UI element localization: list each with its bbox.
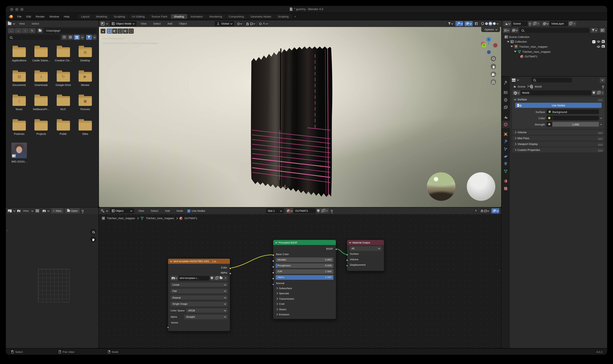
outliner-viewlayer-dropdown[interactable] — [511, 28, 518, 33]
z-axis-ball[interactable]: Z — [486, 37, 491, 42]
select-freehand-tool[interactable] — [112, 28, 117, 34]
open-image-button[interactable]: Open — [65, 208, 80, 213]
alpha-slider[interactable]: Alpha1.000 — [276, 275, 333, 280]
breadcrumb-world[interactable]: World — [534, 85, 542, 88]
exclude-checkbox[interactable]: ✓ — [592, 40, 595, 43]
file-item-creative-cloud[interactable]: Creative Clo... — [55, 45, 71, 69]
tab-object[interactable] — [502, 130, 510, 138]
collapse-node-icon[interactable] — [275, 241, 277, 243]
viewport-display-panel[interactable]: Viewport Display — [512, 142, 605, 147]
surface-panel-header[interactable]: Surface — [512, 97, 605, 102]
image-texture-node[interactable]: idml-template-rf42027982-1001__1.p... Co… — [168, 258, 230, 331]
projection-dropdown[interactable]: Flat — [171, 289, 227, 293]
sidebar-collapse-icon[interactable]: ‹ — [499, 269, 500, 272]
new-image-button[interactable]: + New — [51, 208, 63, 213]
wireframe-shading-button[interactable] — [481, 22, 484, 25]
disclosure-triangle-icon[interactable] — [511, 46, 513, 48]
hide-eye-icon[interactable] — [597, 46, 600, 48]
tab-world[interactable] — [502, 121, 510, 128]
file-item-music[interactable]: ♪Music — [13, 94, 26, 118]
panel-drag-grip-icon[interactable] — [598, 132, 599, 133]
file-search-input[interactable] — [8, 35, 60, 40]
tab-render[interactable] — [502, 89, 510, 96]
custom-properties-panel[interactable]: Custom Properties — [512, 147, 605, 152]
metallic-input-socket[interactable] — [272, 260, 274, 262]
file-item-desktop[interactable]: ⊞Desktop — [79, 45, 92, 69]
z-axis-negative-ball[interactable] — [487, 50, 491, 54]
breadcrumb-material[interactable]: OUTMAT1 — [185, 217, 197, 220]
tab-texture[interactable] — [502, 185, 510, 192]
alpha-mode-dropdown[interactable]: Straight — [184, 314, 227, 319]
image-editor-view-menu[interactable]: View — [22, 209, 29, 212]
file-item-documents[interactable]: ▤Documents — [13, 69, 26, 94]
surface-shader-field[interactable]: Background — [546, 109, 599, 114]
file-item-downloads[interactable]: ↓Downloads — [35, 69, 48, 94]
shader-type-dropdown[interactable]: Object — [110, 208, 134, 213]
disable-render-icon[interactable] — [602, 41, 605, 43]
x-axis-negative-ball[interactable] — [493, 43, 498, 48]
color-socket-swatch[interactable] — [546, 116, 552, 120]
node-snap-toggle[interactable] — [479, 208, 490, 213]
file-item-postman[interactable]: Postman — [13, 118, 26, 143]
tree-row-object[interactable]: Tütchen_rissc_mappes — [503, 44, 606, 49]
tab-modeling[interactable]: Modeling — [93, 14, 110, 19]
pin-icon[interactable] — [331, 210, 333, 212]
sidebar-collapse-icon[interactable]: ‹ — [498, 36, 499, 39]
file-item-movies[interactable]: ▶Movies — [79, 69, 92, 94]
select-lasso-tool[interactable] — [118, 28, 123, 34]
file-item-projects[interactable]: Projects — [35, 118, 48, 143]
base-color-input-socket[interactable] — [272, 254, 274, 256]
principled-bsdf-node-header[interactable]: Principled BSDF — [273, 240, 336, 245]
alpha-input-socket[interactable] — [272, 277, 274, 280]
roughness-slider[interactable]: Roughness0.029 — [276, 263, 333, 268]
file-item-google-drive[interactable]: ↻Google Drive — [55, 69, 71, 94]
shader-view-menu[interactable]: View — [136, 209, 147, 212]
gummy-bag-object[interactable] — [250, 45, 334, 200]
tree-row-collection[interactable]: Collection ✓ — [503, 39, 606, 44]
world-fake-user-button[interactable] — [591, 90, 596, 95]
outliner-search-input[interactable] — [520, 28, 589, 33]
normal-input-socket[interactable] — [272, 283, 274, 286]
go-to-parent-node-tree-button[interactable]: ↰ — [474, 208, 478, 213]
select-more-tool[interactable] — [129, 28, 134, 34]
shading-dropdown-chevron[interactable] — [496, 22, 498, 24]
use-nodes-checkbox[interactable]: ✓ Use Nodes — [187, 209, 205, 212]
tab-tool[interactable] — [502, 79, 510, 86]
viewlayer-browse-button[interactable] — [542, 21, 549, 26]
animate-dot-icon[interactable] — [600, 117, 602, 118]
viewlayer-duplicate-button[interactable] — [568, 21, 572, 26]
new-folder-button[interactable] — [37, 28, 43, 33]
back-button[interactable]: ← — [8, 28, 14, 33]
tab-scripting[interactable]: Scripting — [275, 14, 292, 19]
properties-options-chevron[interactable] — [600, 78, 605, 83]
snap-toggle[interactable] — [245, 21, 256, 26]
proportional-editing-toggle[interactable] — [258, 21, 268, 26]
window-controls[interactable] — [10, 8, 24, 11]
material-name-field[interactable]: OUTMAT1 — [293, 208, 316, 213]
tab-physics[interactable] — [502, 153, 510, 160]
file-item-netbeans[interactable]: NetBeansPr... — [33, 94, 49, 118]
image-name-field[interactable]: idml-template-r... — [178, 276, 209, 280]
color-space-dropdown[interactable]: sRGB — [186, 308, 227, 312]
transform-orientation-dropdown[interactable]: Global — [214, 21, 234, 26]
thumbnail-view-button[interactable] — [74, 35, 80, 40]
solid-shading-button[interactable] — [485, 22, 488, 25]
image-editor-type-icon[interactable] — [8, 209, 12, 212]
panel-drag-grip-icon[interactable] — [598, 138, 599, 139]
volume-input-socket[interactable] — [346, 259, 348, 261]
viewlayer-name-field[interactable]: ViewLayer — [549, 21, 568, 26]
file-browser-editor-icon[interactable] — [8, 22, 11, 25]
strength-socket-swatch[interactable] — [546, 122, 552, 127]
editor-type-chevron-icon[interactable] — [106, 209, 108, 211]
properties-search-input[interactable] — [531, 78, 572, 82]
panel-drag-grip-icon[interactable] — [598, 99, 599, 100]
tab-viewlayer[interactable] — [502, 104, 510, 111]
image-browse-chevron[interactable] — [47, 209, 49, 211]
viewport-perspective-button[interactable] — [491, 79, 496, 85]
viewport-pan-button[interactable] — [491, 64, 496, 69]
output-target-dropdown[interactable]: All — [349, 246, 382, 251]
toolbar-expand-icon[interactable]: › — [7, 229, 8, 232]
tab-particles[interactable] — [502, 145, 510, 153]
scene-browse-button[interactable] — [504, 21, 511, 26]
scene-unlink-button[interactable]: × — [536, 21, 540, 26]
